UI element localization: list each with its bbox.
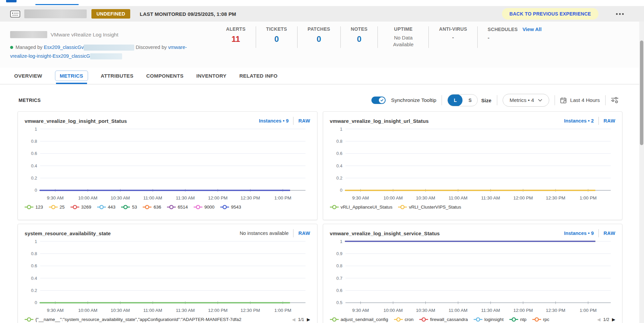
legend-item[interactable]: 9543	[220, 205, 241, 210]
svg-text:12:00 PM: 12:00 PM	[513, 308, 533, 313]
svg-text:11:30 AM: 11:30 AM	[481, 308, 500, 313]
legend-item[interactable]: 9000	[194, 205, 215, 210]
raw-link[interactable]: RAW	[604, 231, 615, 236]
legend-marker-icon	[220, 205, 229, 209]
chart-title: vmware_vrealize_log_insight_url_Status	[330, 118, 429, 124]
svg-text:10:00 AM: 10:00 AM	[383, 195, 402, 200]
legend-next-page-icon[interactable]: ▶	[307, 317, 310, 322]
scrollbar[interactable]	[639, 22, 644, 323]
legend-marker-icon	[509, 317, 518, 322]
more-actions-icon[interactable]	[614, 11, 626, 17]
legend-pagination: ◀1/1▶	[292, 317, 310, 322]
legend-item[interactable]: 123	[25, 205, 43, 210]
synchronize-tooltip-toggle[interactable]	[371, 97, 386, 104]
tab-components[interactable]: COMPONENTS	[146, 73, 184, 79]
patches-count[interactable]: 0	[308, 34, 330, 44]
svg-text:12:30 PM: 12:30 PM	[546, 308, 565, 313]
legend-label: 9000	[204, 205, 215, 210]
legend-item[interactable]: 6514	[167, 205, 188, 210]
stats-row: ALERTS 11 TICKETS 0 PATCHES 0 NOTES 0 UP…	[216, 26, 552, 48]
legend-item[interactable]: ntp	[509, 317, 527, 322]
resource-header: VMware vRealize Log Insight Managed by E…	[0, 22, 644, 68]
raw-link[interactable]: RAW	[604, 118, 615, 124]
instances-link[interactable]: Instances • 9	[259, 118, 288, 124]
legend-prev-page-icon[interactable]: ◀	[292, 317, 295, 322]
legend-label: 443	[108, 205, 116, 210]
legend-label: cron	[405, 317, 414, 322]
legend-item[interactable]: 53	[121, 205, 137, 210]
back-to-previous-experience-button[interactable]: BACK TO PREVIOUS EXPERIENCE	[502, 8, 598, 20]
chart-title: system_resource_availability_state	[25, 231, 111, 236]
legend-marker-icon	[419, 317, 428, 322]
svg-text:10:30 AM: 10:30 AM	[111, 195, 130, 200]
legend-item[interactable]: 636	[143, 205, 161, 210]
line-chart[interactable]: 00.20.40.60.819:30 AM10:00 AM10:30 AM11:…	[25, 237, 310, 315]
chart-legend: 12325326944353636651490009543	[25, 203, 310, 211]
svg-text:1: 1	[35, 127, 37, 132]
legend-item[interactable]: adjust_sendmail_config	[330, 317, 388, 322]
line-chart[interactable]: 00.20.40.60.819:30 AM10:00 AM10:30 AM11:…	[25, 125, 310, 203]
line-chart[interactable]: 0.50.60.70.80.919:30 AM10:00 AM10:30 AM1…	[330, 237, 616, 315]
size-toggle[interactable]: L S	[447, 94, 478, 106]
line-chart[interactable]: 00.20.40.60.819:30 AM10:00 AM10:30 AM11:…	[330, 125, 616, 203]
svg-text:11:00 AM: 11:00 AM	[143, 195, 162, 200]
svg-text:0.5: 0.5	[336, 300, 342, 305]
tickets-count[interactable]: 0	[266, 34, 287, 44]
svg-text:12:30 PM: 12:30 PM	[546, 195, 565, 200]
svg-text:11:00 AM: 11:00 AM	[448, 308, 467, 313]
svg-text:1:00 PM: 1:00 PM	[274, 308, 291, 313]
legend-marker-icon	[394, 317, 403, 322]
instances-link[interactable]: Instances • 9	[564, 231, 594, 236]
legend-label: loginsight	[484, 317, 504, 322]
tab-related-info[interactable]: RELATED INFO	[239, 73, 277, 79]
legend-item[interactable]: rpc	[532, 317, 550, 322]
size-option-small[interactable]: S	[463, 94, 477, 106]
legend-marker-icon	[474, 317, 482, 322]
legend-item[interactable]: cron	[394, 317, 414, 322]
legend-label: vRLI_ClusterVIPS_Status	[409, 205, 461, 210]
view-all-link[interactable]: View All	[523, 26, 542, 32]
tab-attributes[interactable]: ATTRIBUTES	[101, 73, 134, 79]
managed-by-link[interactable]: Esx209_classicGv	[44, 45, 84, 50]
legend-label: {"__name__":"system_resource_availabilit…	[35, 317, 242, 322]
chart-settings-button[interactable]	[611, 97, 619, 104]
legend-item[interactable]: firewall_cassandra	[419, 317, 468, 322]
legend-marker-icon	[330, 205, 339, 209]
svg-text:0.8: 0.8	[336, 263, 342, 268]
legend-page-indicator: 1/1	[298, 317, 304, 322]
scrollbar-thumb[interactable]	[640, 41, 643, 145]
legend-item[interactable]: 25	[49, 205, 65, 210]
tab-overview[interactable]: OVERVIEW	[14, 73, 42, 79]
notes-count[interactable]: 0	[351, 34, 368, 44]
legend-next-page-icon[interactable]: ▶	[612, 317, 615, 322]
svg-text:0.8: 0.8	[31, 139, 37, 144]
redacted-resource-name	[24, 9, 87, 18]
app-tab-remnant[interactable]	[6, 0, 17, 2]
legend-prev-page-icon[interactable]: ◀	[597, 317, 600, 322]
resource-title-bar: UNDEFINED LAST MONITORED 09/25/2025, 1:0…	[0, 6, 644, 22]
svg-text:9:30 AM: 9:30 AM	[47, 308, 63, 313]
raw-link[interactable]: RAW	[298, 118, 310, 124]
legend-item[interactable]: loginsight	[474, 317, 504, 322]
legend-item[interactable]: 443	[97, 205, 116, 210]
metrics-count-dropdown[interactable]: Metrics • 4	[503, 94, 550, 107]
legend-item[interactable]: vRLI_ApplianceUI_Status	[330, 205, 393, 210]
tab-inventory[interactable]: INVENTORY	[196, 73, 226, 79]
raw-link[interactable]: RAW	[298, 231, 310, 236]
instances-link[interactable]: Instances • 2	[564, 118, 594, 124]
svg-text:1: 1	[35, 239, 37, 244]
stat-uptime: UPTIME No Data Available	[378, 26, 429, 48]
device-icon	[10, 10, 20, 18]
chart-card-availability-state: system_resource_availability_state No in…	[18, 224, 317, 323]
size-option-large[interactable]: L	[448, 94, 463, 106]
legend-item[interactable]: 3269	[71, 205, 91, 210]
legend-label: 53	[132, 205, 137, 210]
svg-text:11:30 AM: 11:30 AM	[176, 195, 195, 200]
legend-item[interactable]: vRLI_ClusterVIPS_Status	[398, 205, 461, 210]
tab-metrics[interactable]: METRICS	[55, 71, 88, 81]
legend-label: 123	[35, 205, 43, 210]
chart-card-url-status: vmware_vrealize_log_insight_url_Status I…	[323, 111, 623, 220]
legend-item[interactable]: {"__name__":"system_resource_availabilit…	[25, 317, 286, 322]
time-range-picker[interactable]: Last 4 Hours	[560, 97, 600, 104]
alerts-count[interactable]: 11	[226, 34, 246, 44]
